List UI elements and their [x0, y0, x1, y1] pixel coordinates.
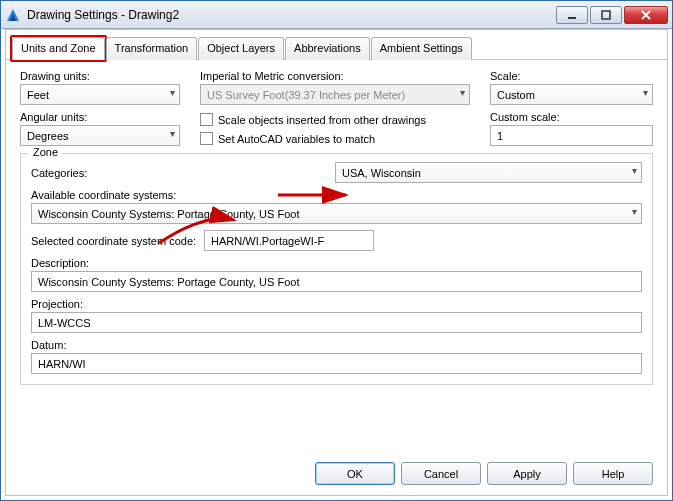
svg-rect-3 — [602, 11, 610, 19]
custom-scale-input[interactable]: 1 — [490, 125, 653, 146]
client-area: Units and Zone Transformation Object Lay… — [5, 29, 668, 496]
selected-code-label: Selected coordinate system code: — [31, 235, 196, 247]
close-button[interactable] — [624, 6, 668, 24]
minimize-button[interactable] — [556, 6, 588, 24]
scale-objects-checkbox[interactable]: Scale objects inserted from other drawin… — [200, 113, 470, 126]
available-cs-label: Available coordinate systems: — [31, 189, 176, 201]
ok-button[interactable]: OK — [315, 462, 395, 485]
scale-label: Scale: — [490, 70, 653, 82]
tab-strip: Units and Zone Transformation Object Lay… — [6, 30, 667, 60]
conversion-combo: US Survey Foot(39.37 Inches per Meter) — [200, 84, 470, 105]
categories-combo[interactable]: USA, Wisconsin — [335, 162, 642, 183]
tab-body: Drawing units: Feet Imperial to Metric c… — [6, 60, 667, 385]
checkbox-icon — [200, 132, 213, 145]
tab-units-and-zone[interactable]: Units and Zone — [12, 37, 105, 60]
scale-combo[interactable]: Custom — [490, 84, 653, 105]
angular-units-combo[interactable]: Degrees — [20, 125, 180, 146]
cancel-button[interactable]: Cancel — [401, 462, 481, 485]
description-field: Wisconsin County Systems: Portage County… — [31, 271, 642, 292]
drawing-units-label: Drawing units: — [20, 70, 180, 82]
dialog-buttons: OK Cancel Apply Help — [315, 462, 653, 485]
drawing-units-combo[interactable]: Feet — [20, 84, 180, 105]
tab-ambient-settings[interactable]: Ambient Settings — [371, 37, 472, 60]
custom-scale-label: Custom scale: — [490, 111, 653, 123]
available-cs-combo[interactable]: Wisconsin County Systems: Portage County… — [31, 203, 642, 224]
svg-rect-2 — [568, 17, 576, 19]
description-label: Description: — [31, 257, 89, 269]
window-title: Drawing Settings - Drawing2 — [27, 8, 554, 22]
help-button[interactable]: Help — [573, 462, 653, 485]
projection-field: LM-WCCS — [31, 312, 642, 333]
categories-label: Categories: — [31, 167, 321, 179]
tab-object-layers[interactable]: Object Layers — [198, 37, 284, 60]
datum-field: HARN/WI — [31, 353, 642, 374]
zone-group: Zone Categories: USA, Wisconsin Availabl… — [20, 153, 653, 385]
apply-button[interactable]: Apply — [487, 462, 567, 485]
window-controls — [554, 6, 668, 24]
projection-label: Projection: — [31, 298, 83, 310]
datum-label: Datum: — [31, 339, 66, 351]
autocad-vars-checkbox[interactable]: Set AutoCAD variables to match — [200, 132, 470, 145]
angular-units-label: Angular units: — [20, 111, 180, 123]
app-icon — [5, 7, 21, 23]
zone-legend: Zone — [29, 146, 62, 158]
conversion-label: Imperial to Metric conversion: — [200, 70, 470, 82]
checkbox-icon — [200, 113, 213, 126]
maximize-button[interactable] — [590, 6, 622, 24]
titlebar[interactable]: Drawing Settings - Drawing2 — [1, 1, 672, 29]
tab-transformation[interactable]: Transformation — [106, 37, 198, 60]
tab-abbreviations[interactable]: Abbreviations — [285, 37, 370, 60]
dialog-window: Drawing Settings - Drawing2 Units and Zo… — [0, 0, 673, 501]
selected-code-field[interactable]: HARN/WI.PortageWI-F — [204, 230, 374, 251]
